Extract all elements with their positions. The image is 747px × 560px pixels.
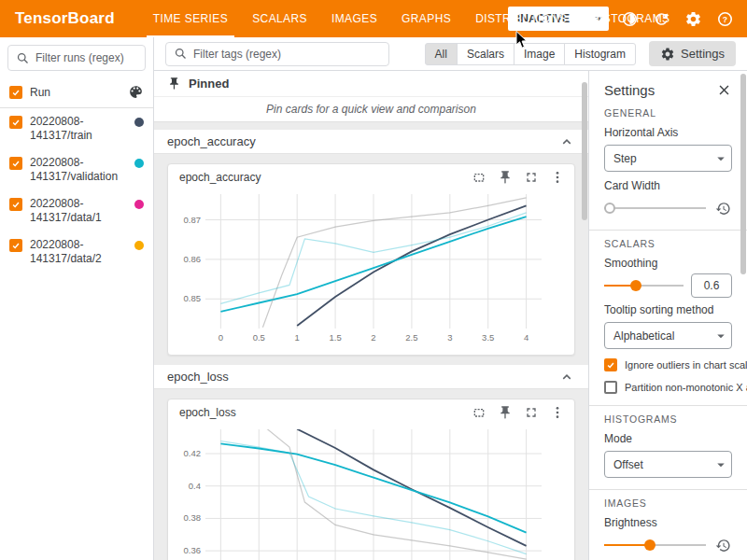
tab-time-series[interactable]: TIME SERIES — [141, 0, 240, 37]
section-header-epoch-loss[interactable]: epoch_loss — [154, 365, 588, 389]
histogram-mode-select[interactable]: Offset — [604, 451, 732, 478]
pin-icon — [167, 77, 181, 91]
main-scrollbar[interactable] — [581, 71, 588, 560]
card-width-slider[interactable] — [604, 202, 706, 215]
filter-chip-all[interactable]: All — [425, 43, 458, 65]
content-row: Pinned Pin cards for a quick view and co… — [154, 71, 747, 560]
tag-type-filter-group: All Scalars Image Histogram — [425, 43, 636, 65]
svg-text:0.87: 0.87 — [184, 215, 202, 225]
select-all-runs-checkbox[interactable] — [9, 86, 22, 99]
runs-sidebar: Run 20220808-141317/train 20220808-14131… — [0, 37, 154, 560]
tab-graphs[interactable]: GRAPHS — [389, 0, 463, 37]
pin-card-icon[interactable] — [498, 170, 513, 185]
settings-panel-header: Settings — [604, 82, 732, 98]
svg-text:0.85: 0.85 — [184, 293, 202, 303]
ignore-outliers-checkbox[interactable] — [604, 358, 617, 371]
tensorboard-app: TensorBoard TIME SERIES SCALARS IMAGES G… — [0, 0, 747, 560]
run-row-data-2[interactable]: 20220808-141317/data/2 — [0, 231, 153, 273]
svg-text:0.38: 0.38 — [184, 512, 202, 523]
svg-text:3: 3 — [447, 332, 452, 343]
smoothing-label: Smoothing — [604, 257, 732, 270]
filter-runs-input[interactable] — [35, 51, 137, 64]
chevron-down-icon — [712, 456, 729, 473]
svg-text:?: ? — [722, 14, 726, 23]
chevron-down-icon — [712, 328, 729, 344]
svg-text:2: 2 — [371, 332, 375, 343]
filter-runs-box[interactable] — [7, 45, 146, 71]
run-checkbox[interactable] — [9, 239, 22, 252]
card-actions — [472, 405, 565, 420]
filter-tags-input[interactable] — [193, 48, 381, 61]
fit-to-data-icon[interactable] — [472, 170, 486, 185]
settings-panel: Settings GENERAL Horizontal Axis Step Ca… — [588, 71, 747, 560]
epoch-loss-chart[interactable]: 00.511.522.533.540.360.380.40.42 — [168, 422, 574, 560]
fit-to-data-icon[interactable] — [472, 405, 486, 420]
settings-button-label: Settings — [681, 47, 725, 61]
chevron-up-icon[interactable] — [558, 133, 575, 150]
slider-knob[interactable] — [644, 539, 655, 551]
cards-scroll-area[interactable]: Pinned Pin cards for a quick view and co… — [154, 71, 588, 560]
settings-button[interactable]: Settings — [649, 41, 736, 66]
partition-x-axis-checkbox[interactable] — [604, 381, 617, 394]
section-title: epoch_loss — [167, 370, 558, 384]
fullscreen-icon[interactable] — [524, 170, 539, 185]
reset-brightness-icon[interactable] — [713, 536, 732, 554]
filter-chip-scalars[interactable]: Scalars — [457, 43, 514, 65]
run-checkbox[interactable] — [9, 157, 22, 170]
more-options-icon[interactable] — [550, 405, 565, 420]
tab-images[interactable]: IMAGES — [319, 0, 389, 37]
app-bar: TensorBoard TIME SERIES SCALARS IMAGES G… — [0, 0, 747, 37]
palette-icon[interactable] — [128, 84, 144, 100]
chevron-down-icon — [712, 150, 729, 167]
main-scrollbar-thumb[interactable] — [582, 82, 587, 220]
svg-text:4: 4 — [524, 332, 529, 343]
fullscreen-icon[interactable] — [524, 405, 539, 420]
section-header-epoch-accuracy[interactable]: epoch_accuracy — [154, 130, 588, 154]
pin-card-icon[interactable] — [498, 405, 513, 420]
gear-icon — [660, 47, 675, 62]
help-icon[interactable]: ? — [713, 7, 736, 30]
settings-scrollbar-thumb[interactable] — [740, 74, 746, 274]
reset-card-width-icon[interactable] — [713, 199, 732, 217]
tab-scalars[interactable]: SCALARS — [240, 0, 319, 37]
run-checkbox[interactable] — [9, 116, 22, 129]
tooltip-sorting-select[interactable]: Alphabetical — [604, 322, 732, 349]
chevron-up-icon[interactable] — [558, 369, 575, 385]
run-row-validation[interactable]: 20220808-141317/validation — [0, 149, 153, 190]
smoothing-value-input[interactable]: 0.6 — [691, 273, 732, 298]
run-color-swatch — [134, 159, 144, 168]
svg-text:0.42: 0.42 — [184, 448, 202, 458]
filter-chip-image[interactable]: Image — [514, 43, 565, 65]
ignore-outliers-row[interactable]: Ignore outliers in chart scaling — [604, 357, 732, 371]
epoch-accuracy-chart[interactable]: 00.511.522.533.540.850.860.87 — [168, 187, 574, 355]
run-column-label: Run — [30, 86, 120, 99]
more-options-icon[interactable] — [550, 170, 565, 185]
horizontal-axis-select[interactable]: Step — [604, 145, 732, 172]
smoothing-row: 0.6 — [604, 275, 732, 296]
section-title: epoch_accuracy — [167, 134, 558, 148]
smoothing-slider[interactable] — [604, 279, 684, 292]
pinned-hint-text: Pin cards for a quick view and compariso… — [154, 97, 588, 121]
run-checkbox[interactable] — [9, 198, 22, 211]
close-icon[interactable] — [716, 82, 732, 98]
tab-distributions[interactable]: DISTRIBUTIONS — [463, 0, 579, 37]
horizontal-axis-value: Step — [613, 152, 637, 165]
run-color-swatch — [134, 118, 144, 127]
tab-histograms[interactable]: HISTOGRAMS — [579, 0, 682, 37]
brightness-label: Brightness — [604, 516, 732, 529]
filter-chip-histogram[interactable]: Histogram — [564, 43, 636, 65]
run-row-train[interactable]: 20220808-141317/train — [0, 108, 153, 149]
slider-knob[interactable] — [604, 203, 615, 214]
settings-scrollbar[interactable] — [740, 71, 747, 560]
settings-panel-title: Settings — [604, 82, 716, 98]
svg-text:0: 0 — [218, 332, 223, 343]
run-color-swatch — [134, 241, 144, 250]
ignore-outliers-label: Ignore outliers in chart scaling — [625, 359, 747, 371]
slider-knob[interactable] — [630, 280, 641, 291]
run-row-data-1[interactable]: 20220808-141317/data/1 — [0, 190, 153, 231]
partition-x-axis-row[interactable]: Partition non-monotonic X axis — [604, 380, 732, 394]
brightness-slider[interactable] — [604, 539, 706, 552]
run-label: 20220808-141317/validation — [30, 156, 127, 184]
filter-tags-box[interactable] — [165, 42, 389, 66]
gear-icon[interactable] — [682, 7, 704, 30]
